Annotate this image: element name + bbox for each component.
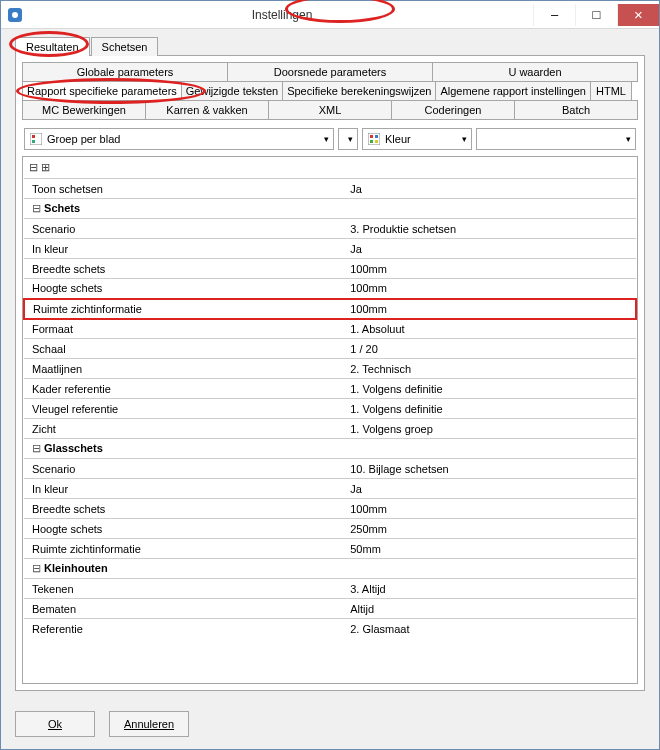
property-name: Hoogte schets bbox=[24, 279, 342, 299]
table-row[interactable]: Hoogte schets250mm bbox=[24, 519, 636, 539]
property-value[interactable]: 1. Absoluut bbox=[342, 319, 636, 339]
property-name: Scenario bbox=[24, 459, 342, 479]
subtab-container: Globale parameters Doorsnede parameters … bbox=[22, 62, 638, 120]
svg-rect-4 bbox=[32, 140, 35, 143]
grid-collapse-toolbar[interactable]: ⊟ ⊞ bbox=[23, 157, 637, 178]
tab-schetsen[interactable]: Schetsen bbox=[91, 37, 159, 56]
subtab-u-waarden[interactable]: U waarden bbox=[432, 62, 638, 82]
property-value[interactable]: 100mm bbox=[342, 259, 636, 279]
section-header[interactable]: Glasschets bbox=[24, 439, 636, 459]
table-row[interactable]: Scenario10. Bijlage schetsen bbox=[24, 459, 636, 479]
table-row[interactable]: In kleurJa bbox=[24, 239, 636, 259]
section-header[interactable]: Kleinhouten bbox=[24, 559, 636, 579]
table-row[interactable]: Schaal1 / 20 bbox=[24, 339, 636, 359]
colormode-dropdown-label: Kleur bbox=[385, 133, 411, 145]
property-value[interactable]: Altijd bbox=[342, 599, 636, 619]
property-name: Bematen bbox=[24, 599, 342, 619]
table-row[interactable]: Referentie2. Glasmaat bbox=[24, 619, 636, 639]
property-value[interactable]: 3. Produktie schetsen bbox=[342, 219, 636, 239]
table-row[interactable]: BematenAltijd bbox=[24, 599, 636, 619]
table-row[interactable]: Schets bbox=[24, 199, 636, 219]
subtab-algemene-rapport-instellingen[interactable]: Algemene rapport instellingen bbox=[435, 81, 591, 101]
property-value[interactable]: 50mm bbox=[342, 539, 636, 559]
title-bar: Instellingen – □ × bbox=[1, 1, 659, 29]
svg-rect-5 bbox=[368, 133, 380, 145]
table-row[interactable]: Ruimte zichtinformatie50mm bbox=[24, 539, 636, 559]
ok-button[interactable]: Ok bbox=[15, 711, 95, 737]
svg-rect-6 bbox=[370, 135, 373, 138]
table-row[interactable]: Ruimte zichtinformatie100mm bbox=[24, 299, 636, 319]
svg-rect-2 bbox=[30, 133, 42, 145]
subtab-html[interactable]: HTML bbox=[590, 81, 632, 101]
table-row[interactable]: Kleinhouten bbox=[24, 559, 636, 579]
small-dropdown[interactable]: ▾ bbox=[338, 128, 358, 150]
svg-point-1 bbox=[12, 12, 18, 18]
chevron-down-icon: ▾ bbox=[462, 134, 467, 144]
minimize-button[interactable]: – bbox=[533, 4, 575, 26]
tab-resultaten[interactable]: Resultaten bbox=[15, 37, 90, 56]
table-row[interactable]: Scenario3. Produktie schetsen bbox=[24, 219, 636, 239]
property-name: Maatlijnen bbox=[24, 359, 342, 379]
table-row[interactable]: Formaat1. Absoluut bbox=[24, 319, 636, 339]
list-icon bbox=[29, 132, 43, 146]
cancel-button[interactable]: Annuleren bbox=[109, 711, 189, 737]
property-name: Breedte schets bbox=[24, 259, 342, 279]
cancel-button-label: Annuleren bbox=[124, 718, 174, 730]
property-value[interactable]: Ja bbox=[342, 179, 636, 199]
chevron-down-icon: ▾ bbox=[348, 134, 353, 144]
property-name: Ruimte zichtinformatie bbox=[24, 539, 342, 559]
section-header[interactable]: Schets bbox=[24, 199, 636, 219]
settings-window: Instellingen – □ × Resultaten Schetsen G… bbox=[0, 0, 660, 750]
subtab-batch[interactable]: Batch bbox=[514, 100, 638, 120]
property-name: Schaal bbox=[24, 339, 342, 359]
table-row[interactable]: Hoogte schets100mm bbox=[24, 279, 636, 299]
chevron-down-icon: ▾ bbox=[324, 134, 329, 144]
property-value[interactable]: 250mm bbox=[342, 519, 636, 539]
subtab-gewijzigde-teksten[interactable]: Gewijzigde teksten bbox=[181, 81, 283, 101]
content-area: Resultaten Schetsen Globale parameters D… bbox=[1, 29, 659, 699]
svg-rect-8 bbox=[370, 140, 373, 143]
main-panel: Globale parameters Doorsnede parameters … bbox=[15, 55, 645, 691]
table-row[interactable]: Tekenen3. Altijd bbox=[24, 579, 636, 599]
maximize-button[interactable]: □ bbox=[575, 4, 617, 26]
property-value[interactable]: 2. Glasmaat bbox=[342, 619, 636, 639]
subtab-mc-bewerkingen[interactable]: MC Bewerkingen bbox=[22, 100, 146, 120]
subtab-specifieke-berekeningswijzen[interactable]: Specifieke berekeningswijzen bbox=[282, 81, 436, 101]
group-dropdown[interactable]: Groep per blad ▾ bbox=[24, 128, 334, 150]
subtab-doorsnede-parameters[interactable]: Doorsnede parameters bbox=[227, 62, 433, 82]
last-dropdown[interactable]: ▾ bbox=[476, 128, 636, 150]
subtab-rapport-specifieke-parameters[interactable]: Rapport specifieke parameters bbox=[22, 81, 182, 101]
dropdown-row: Groep per blad ▾ ▾ Kleur ▾ ▾ bbox=[24, 128, 636, 150]
subtab-xml[interactable]: XML bbox=[268, 100, 392, 120]
property-value[interactable]: 100mm bbox=[342, 279, 636, 299]
table-row[interactable]: Maatlijnen2. Technisch bbox=[24, 359, 636, 379]
table-row[interactable]: In kleurJa bbox=[24, 479, 636, 499]
property-name: Breedte schets bbox=[24, 499, 342, 519]
subtab-karren-vakken[interactable]: Karren & vakken bbox=[145, 100, 269, 120]
property-value[interactable]: 10. Bijlage schetsen bbox=[342, 459, 636, 479]
table-row[interactable]: Glasschets bbox=[24, 439, 636, 459]
table-row[interactable]: Zicht1. Volgens groep bbox=[24, 419, 636, 439]
subtab-globale-parameters[interactable]: Globale parameters bbox=[22, 62, 228, 82]
property-value[interactable]: 100mm bbox=[342, 299, 636, 319]
property-value[interactable]: Ja bbox=[342, 239, 636, 259]
property-value[interactable]: 1 / 20 bbox=[342, 339, 636, 359]
subtab-coderingen[interactable]: Coderingen bbox=[391, 100, 515, 120]
property-value[interactable]: 1. Volgens groep bbox=[342, 419, 636, 439]
table-row[interactable]: Breedte schets100mm bbox=[24, 499, 636, 519]
close-button[interactable]: × bbox=[617, 4, 659, 26]
table-row[interactable]: Kader referentie1. Volgens definitie bbox=[24, 379, 636, 399]
property-value[interactable]: 2. Technisch bbox=[342, 359, 636, 379]
property-value[interactable]: 1. Volgens definitie bbox=[342, 399, 636, 419]
property-name: Toon schetsen bbox=[24, 179, 342, 199]
colormode-dropdown[interactable]: Kleur ▾ bbox=[362, 128, 472, 150]
table-row[interactable]: Vleugel referentie1. Volgens definitie bbox=[24, 399, 636, 419]
table-row[interactable]: Toon schetsenJa bbox=[24, 179, 636, 199]
property-value[interactable]: 100mm bbox=[342, 499, 636, 519]
property-grid[interactable]: ⊟ ⊞ Toon schetsenJaSchetsScenario3. Prod… bbox=[22, 156, 638, 684]
property-value[interactable]: 3. Altijd bbox=[342, 579, 636, 599]
property-value[interactable]: Ja bbox=[342, 479, 636, 499]
table-row[interactable]: Breedte schets100mm bbox=[24, 259, 636, 279]
property-value[interactable]: 1. Volgens definitie bbox=[342, 379, 636, 399]
window-title: Instellingen bbox=[31, 8, 533, 22]
